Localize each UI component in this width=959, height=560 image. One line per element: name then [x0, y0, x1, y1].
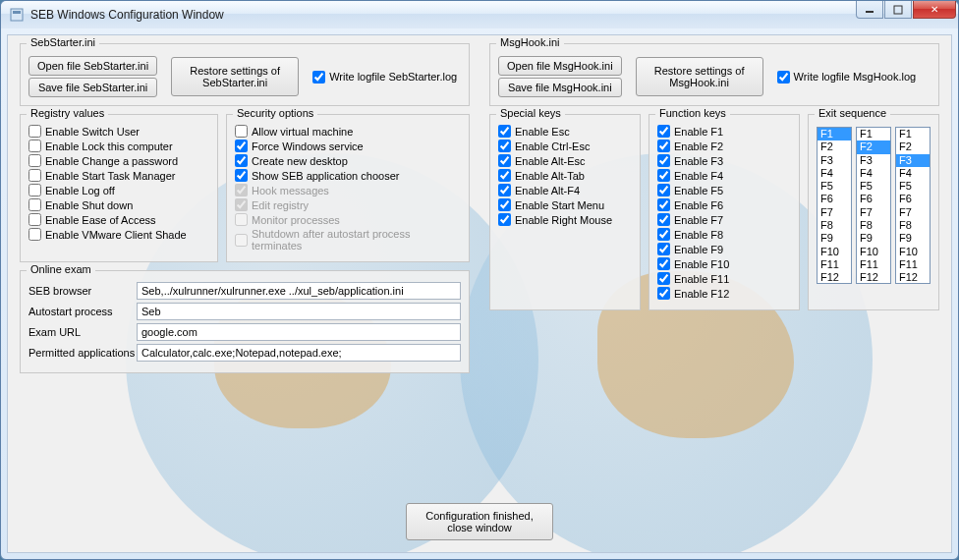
list-item[interactable]: F7 — [857, 206, 890, 219]
write-msghook-log-checkbox[interactable]: Write logfile MsgHook.log — [777, 71, 917, 84]
function-keys-list-item[interactable]: Enable F8 — [657, 228, 791, 241]
restore-sebstarter-button[interactable]: Restore settings of SebStarter.ini — [171, 57, 299, 96]
registry-legend: Registry values — [27, 107, 108, 119]
list-item[interactable]: F1 — [818, 128, 851, 140]
msghook-group: MsgHook.ini Open file MsgHook.ini Save f… — [489, 43, 939, 106]
registry-list-item[interactable]: Enable Start Task Manager — [28, 169, 209, 182]
function-keys-list-item[interactable]: Enable F1 — [657, 125, 791, 138]
list-item[interactable]: F9 — [818, 232, 851, 245]
security-group: Security options Allow virtual machineFo… — [226, 114, 470, 262]
registry-list-item[interactable]: Enable Shut down — [28, 198, 209, 211]
write-sebstarter-log-checkbox[interactable]: Write logfile SebStarter.log — [312, 71, 457, 84]
list-item[interactable]: F3 — [857, 154, 890, 167]
registry-list-item[interactable]: Enable Change a password — [28, 154, 209, 167]
function-keys-list-item[interactable]: Enable F3 — [657, 154, 791, 167]
online-exam-legend: Online exam — [27, 263, 95, 275]
special-keys-list-item[interactable]: Enable Start Menu — [498, 198, 632, 211]
restore-msghook-button[interactable]: Restore settings of MsgHook.ini — [636, 57, 763, 96]
list-item[interactable]: F3 — [818, 154, 851, 167]
function-keys-list: Enable F1Enable F2Enable F3Enable F4Enab… — [657, 125, 791, 300]
list-item[interactable]: F5 — [857, 180, 890, 193]
list-item[interactable]: F11 — [857, 258, 890, 271]
list-item[interactable]: F12 — [896, 271, 930, 284]
function-keys-list-item[interactable]: Enable F2 — [657, 140, 791, 152]
special-keys-list-item[interactable]: Enable Alt-Tab — [498, 169, 632, 182]
list-item[interactable]: F11 — [896, 258, 930, 271]
list-item[interactable]: F4 — [857, 167, 890, 180]
list-item[interactable]: F10 — [818, 246, 851, 258]
save-sebstarter-button[interactable]: Save file SebStarter.ini — [28, 78, 157, 97]
list-item[interactable]: F11 — [818, 258, 851, 271]
list-item[interactable]: F8 — [857, 219, 890, 232]
registry-group: Registry values Enable Switch UserEnable… — [20, 114, 218, 262]
list-item[interactable]: F6 — [896, 193, 930, 205]
autostart-label: Autostart process — [28, 306, 137, 317]
list-item[interactable]: F2 — [857, 140, 890, 153]
exit-sequence-list-2[interactable]: F1F2F3F4F5F6F7F8F9F10F11F12 — [856, 127, 891, 284]
function-keys-list-item[interactable]: Enable F6 — [657, 198, 791, 211]
exit-sequence-list-1[interactable]: F1F2F3F4F5F6F7F8F9F10F11F12 — [817, 127, 852, 284]
registry-list-item[interactable]: Enable VMware Client Shade — [28, 228, 209, 241]
function-keys-list-item[interactable]: Enable F5 — [657, 184, 791, 196]
special-keys-list-item[interactable]: Enable Ctrl-Esc — [498, 140, 632, 152]
list-item[interactable]: F10 — [896, 246, 930, 258]
registry-list-item[interactable]: Enable Log off — [28, 184, 209, 196]
list-item[interactable]: F2 — [896, 140, 930, 153]
list-item[interactable]: F5 — [896, 180, 930, 193]
list-item[interactable]: F7 — [818, 206, 851, 219]
save-msghook-button[interactable]: Save file MsgHook.ini — [498, 78, 622, 97]
special-keys-legend: Special keys — [496, 107, 565, 119]
function-keys-list-item[interactable]: Enable F7 — [657, 213, 791, 226]
exit-sequence-list-3[interactable]: F1F2F3F4F5F6F7F8F9F10F11F12 — [895, 127, 931, 284]
function-keys-list-item[interactable]: Enable F9 — [657, 243, 791, 255]
list-item[interactable]: F12 — [818, 271, 851, 284]
registry-list-item[interactable]: Enable Switch User — [28, 125, 209, 138]
security-list-item[interactable]: Show SEB application chooser — [235, 169, 461, 182]
list-item[interactable]: F9 — [896, 232, 930, 245]
list-item[interactable]: F12 — [857, 271, 890, 284]
open-msghook-button[interactable]: Open file MsgHook.ini — [498, 56, 622, 76]
function-keys-list-item[interactable]: Enable F11 — [657, 272, 791, 285]
function-keys-list-item[interactable]: Enable F12 — [657, 287, 791, 300]
registry-list-item[interactable]: Enable Lock this computer — [28, 140, 209, 152]
function-keys-list-item[interactable]: Enable F10 — [657, 257, 791, 270]
list-item[interactable]: F10 — [857, 246, 890, 258]
security-list-item[interactable]: Force Windows service — [235, 140, 461, 152]
security-list-item[interactable]: Allow virtual machine — [235, 125, 461, 138]
minimize-button[interactable] — [856, 1, 883, 19]
special-keys-list-item[interactable]: Enable Alt-F4 — [498, 184, 632, 196]
list-item[interactable]: F6 — [818, 193, 851, 205]
titlebar[interactable]: SEB Windows Configuration Window ✕ — [1, 1, 958, 28]
list-item[interactable]: F6 — [857, 193, 890, 205]
seb-browser-input[interactable] — [137, 282, 461, 300]
open-sebstarter-button[interactable]: Open file SebStarter.ini — [28, 56, 157, 76]
maximize-button[interactable] — [884, 1, 912, 19]
list-item[interactable]: F2 — [818, 140, 851, 153]
exam-url-input[interactable] — [137, 323, 461, 341]
list-item[interactable]: F1 — [896, 128, 930, 140]
security-list-item[interactable]: Create new desktop — [235, 154, 461, 167]
exam-url-label: Exam URL — [28, 326, 137, 338]
list-item[interactable]: F4 — [818, 167, 851, 180]
permitted-input[interactable] — [137, 344, 461, 362]
finish-button[interactable]: Configuration finished, close window — [406, 503, 553, 540]
list-item[interactable]: F8 — [896, 219, 930, 232]
list-item[interactable]: F8 — [818, 219, 851, 232]
special-keys-list-item[interactable]: Enable Alt-Esc — [498, 154, 632, 167]
list-item[interactable]: F3 — [896, 154, 930, 167]
list-item[interactable]: F4 — [896, 167, 930, 180]
svg-rect-1 — [13, 11, 21, 14]
list-item[interactable]: F1 — [857, 128, 890, 140]
autostart-input[interactable] — [137, 303, 461, 320]
svg-rect-0 — [11, 9, 23, 21]
special-keys-list-item[interactable]: Enable Esc — [498, 125, 632, 138]
special-keys-list: Enable EscEnable Ctrl-EscEnable Alt-EscE… — [498, 125, 632, 226]
list-item[interactable]: F7 — [896, 206, 930, 219]
registry-list-item[interactable]: Enable Ease of Access — [28, 213, 209, 226]
function-keys-list-item[interactable]: Enable F4 — [657, 169, 791, 182]
list-item[interactable]: F5 — [818, 180, 851, 193]
special-keys-list-item[interactable]: Enable Right Mouse — [498, 213, 632, 226]
list-item[interactable]: F9 — [857, 232, 890, 245]
security-list-item: Hook messages — [235, 184, 461, 196]
close-button[interactable]: ✕ — [913, 1, 956, 19]
